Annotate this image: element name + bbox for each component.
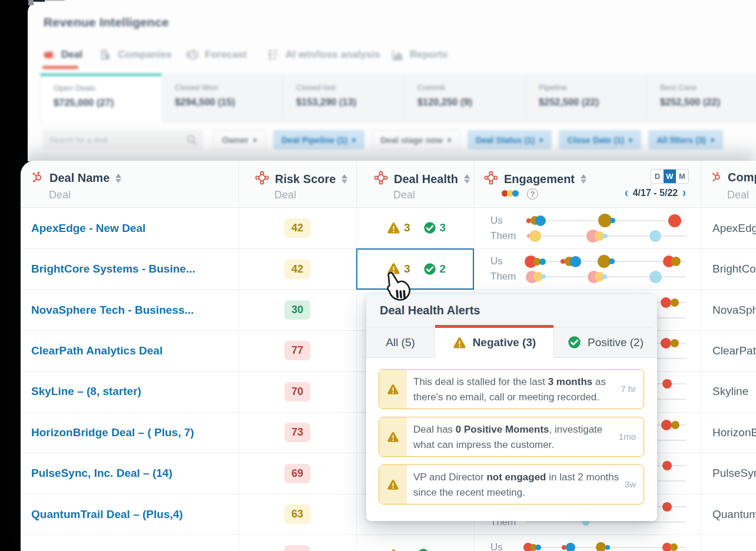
- nav-tab-reports[interactable]: Reports: [391, 48, 447, 61]
- column-divider: [356, 161, 357, 551]
- alert-message: Deal has 0 Positive Moments, investigate…: [413, 422, 621, 453]
- summary-card-label: Closed Won: [175, 83, 283, 92]
- deal-name-link[interactable]: BrightCore Systems - Busine...: [31, 263, 195, 276]
- engagement-dot-gold: [671, 257, 681, 266]
- popup-title: Deal Health Alerts: [380, 304, 480, 317]
- deal-name-link[interactable]: HorizonBridge Deal – ( Plus, 7): [31, 426, 194, 439]
- filter-chip-deal-stage-now[interactable]: Deal stage now: [372, 130, 460, 150]
- company-name-cell: QuantumTrail: [712, 508, 756, 521]
- summary-card-label: Pipeline: [539, 83, 646, 92]
- breeze-intelligence-icon: [484, 171, 498, 187]
- filter-chip-close-date-1-[interactable]: Close Date (1): [559, 130, 641, 150]
- filter-chip-deal-pipeline-1-[interactable]: Deal Pipeline (1): [273, 130, 364, 150]
- engagement-them-label: Them: [490, 230, 516, 242]
- risk-score-badge: 70: [284, 382, 310, 401]
- search-input[interactable]: Search for a deal: [42, 130, 203, 150]
- popup-tab-label: Negative (3): [473, 336, 536, 349]
- engagement-dot-red: [661, 297, 671, 308]
- engagement-dot-gold: [671, 339, 679, 347]
- sort-toggle[interactable]: [341, 174, 347, 184]
- warning-icon: [453, 336, 466, 350]
- nav-tab-ai-win-loss[interactable]: AI win/loss analysis: [267, 48, 380, 61]
- risk-score-badge: 42: [284, 260, 310, 279]
- risk-score-badge: 73: [284, 423, 310, 442]
- engagement-dot-blue: [535, 215, 546, 226]
- summary-card-open-deals[interactable]: Open Deals$725,000 (27): [40, 74, 161, 122]
- nav-tab-forecast[interactable]: Forecast: [186, 48, 247, 61]
- filter-chip-label: Deal stage now: [380, 135, 443, 145]
- deal-name-link[interactable]: SkyLine – (8, starter): [31, 385, 141, 398]
- forecast-icon: [186, 48, 199, 61]
- deal-name-link[interactable]: ApexEdge - New Deal: [31, 222, 145, 235]
- alert-message: VP and Director not engaged in last 2 mo…: [413, 470, 621, 500]
- search-placeholder: Search for a deal: [49, 135, 108, 144]
- popup-tab-all-5-[interactable]: All (5): [366, 327, 435, 358]
- period-option-w[interactable]: W: [664, 170, 676, 183]
- next-period-chevron[interactable]: ›: [682, 185, 686, 201]
- engagement-dot-red: [668, 214, 681, 227]
- engagement-dot-lblue: [602, 274, 607, 279]
- filter-chip-all-filters-3-[interactable]: All filters (3): [648, 130, 723, 150]
- column-divider: [701, 161, 701, 207]
- alert-message: This deal is stalled for the last 3 mont…: [413, 374, 621, 405]
- company-name-cell: ApexEdge: [712, 222, 756, 235]
- chevron-right-icon: [353, 138, 356, 142]
- check-icon: [568, 336, 581, 349]
- warning-icon: [387, 383, 399, 396]
- risk-score-badge: 77: [284, 341, 310, 360]
- engagement-dot-blue: [535, 545, 541, 550]
- check-icon: [423, 221, 436, 234]
- revenue-intelligence-screen: { "app": { "title": "Revenue Intelligenc…: [0, 0, 756, 551]
- alert-card: VP and Director not engaged in last 2 mo…: [379, 464, 644, 504]
- alert-icon-strip: [379, 465, 407, 504]
- engagement-us-label: Us: [490, 255, 503, 267]
- summary-card-closed-won[interactable]: Closed Won$294,500 (15): [161, 74, 283, 122]
- summary-card-pipeline[interactable]: Pipeline$252,500 (22): [525, 74, 646, 122]
- nav-tab-deal[interactable]: Deal: [42, 48, 82, 61]
- prev-period-chevron[interactable]: ‹: [625, 185, 628, 201]
- window-edge-fragment-dark: [35, 0, 45, 2]
- engagement-dot-lblue: [649, 230, 661, 242]
- chevron-right-icon: [711, 138, 715, 142]
- sort-toggle[interactable]: [464, 174, 470, 184]
- summary-card-label: Commit: [417, 83, 525, 92]
- header-card: Revenue Intelligence Deal Companies Fore…: [28, 0, 756, 161]
- period-option-m[interactable]: M: [676, 170, 688, 183]
- summary-card-commit[interactable]: Commit$120,250 (9): [404, 74, 525, 122]
- sort-toggle[interactable]: [115, 174, 121, 183]
- chevron-right-icon: [254, 138, 257, 142]
- summary-card-best-case[interactable]: Best Case$252,500 (22): [646, 74, 756, 122]
- period-option-d[interactable]: D: [651, 170, 664, 183]
- search-icon: [186, 134, 197, 145]
- engagement-legend: [502, 190, 518, 197]
- risk-score-badge: 63: [284, 504, 310, 524]
- window-edge-fragment-light: [45, 0, 65, 1]
- deal-name-link[interactable]: PulseSync, Inc. Deal – (14): [31, 467, 173, 480]
- engagement-them-label: Them: [490, 271, 516, 283]
- deal-name-link[interactable]: NovaSphere Tech - Business...: [31, 304, 194, 317]
- nav-tab-companies[interactable]: Companies: [99, 48, 172, 61]
- sort-toggle[interactable]: [581, 174, 586, 184]
- column-sublabel: Deal: [727, 189, 749, 201]
- warning-icon: [387, 431, 399, 443]
- deal-name-link[interactable]: QuantumTrail Deal – (Plus,4): [31, 508, 183, 521]
- column-label: Risk Score: [275, 172, 336, 186]
- company-name-cell: PulseSync: [712, 467, 756, 480]
- popup-tab-positive-2-[interactable]: Positive (2): [554, 327, 657, 358]
- help-icon[interactable]: ?: [527, 188, 538, 200]
- alert-timestamp: 1mo: [619, 431, 636, 442]
- summary-card-value: $252,500 (22): [660, 97, 756, 108]
- deal-health-cell[interactable]: 3 3: [387, 221, 446, 235]
- engagement-dot-blue: [605, 545, 610, 550]
- nav-tab-label: Companies: [118, 49, 172, 61]
- filter-chip-deal-status-1-[interactable]: Deal Status (1): [467, 130, 552, 150]
- period-toggle: DWM: [651, 169, 689, 184]
- filter-chip-owner[interactable]: Owner: [213, 130, 266, 150]
- popup-tab-negative-3-[interactable]: Negative (3): [435, 327, 554, 358]
- table-header-row: Deal Name Deal Risk Score Deal: [21, 161, 756, 208]
- deal-name-link[interactable]: ClearPath Analytics Deal: [31, 344, 163, 357]
- deal-health-cell[interactable]: [387, 548, 433, 551]
- negative-count: 3: [404, 221, 410, 234]
- summary-card-closed-lost[interactable]: Closed lost$153,290 (13): [283, 74, 404, 122]
- popup-tab-label: Positive (2): [588, 336, 644, 349]
